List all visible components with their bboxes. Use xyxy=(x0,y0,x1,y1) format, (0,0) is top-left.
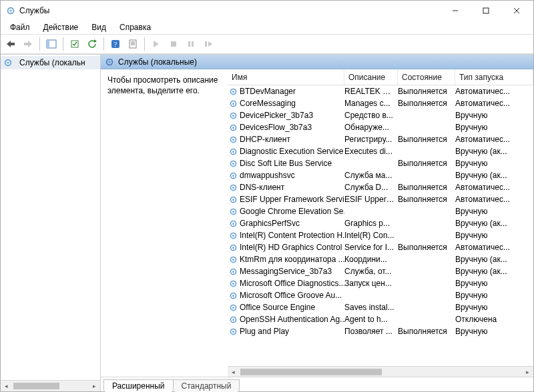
scroll-right-button[interactable]: ▸ xyxy=(522,367,533,377)
menu-help[interactable]: Справка xyxy=(113,21,158,33)
service-row[interactable]: DevicesFlow_3b7a3Обнаруже...Вручную xyxy=(228,121,533,133)
service-row[interactable]: Microsoft Office Groove Au...Вручную xyxy=(228,289,533,301)
forward-button[interactable] xyxy=(20,36,36,52)
service-name: DevicesFlow_3b7a3 xyxy=(240,123,312,132)
pause-service-button[interactable] xyxy=(183,36,199,52)
service-name: Disc Soft Lite Bus Service xyxy=(240,159,332,168)
service-row[interactable]: CoreMessagingManages c...ВыполняетсяАвто… xyxy=(228,97,533,109)
service-startup: Отключена xyxy=(455,315,533,324)
service-row[interactable]: GraphicsPerfSvcGraphics p...Вручную (ак.… xyxy=(228,217,533,229)
service-name: Intel(R) HD Graphics Control ... xyxy=(240,243,344,252)
svg-point-49 xyxy=(232,198,234,200)
svg-point-45 xyxy=(232,174,234,176)
service-description: Координи... xyxy=(344,255,398,264)
description-text: Чтобы просмотреть описание элемента, выд… xyxy=(107,75,218,95)
service-row[interactable]: Diagnostic Execution ServiceExecutes di.… xyxy=(228,145,533,157)
svg-marker-20 xyxy=(154,41,159,47)
toolbar: ? xyxy=(1,35,533,53)
list-scrollbar-horizontal[interactable]: ◂ ▸ xyxy=(228,366,533,377)
col-name[interactable]: Имя xyxy=(228,69,344,85)
service-row[interactable]: Plug and PlayПозволяет ...ВыполняетсяВру… xyxy=(228,325,533,337)
menu-file[interactable]: Файл xyxy=(3,21,37,33)
scroll-right-button[interactable]: ▸ xyxy=(89,381,100,391)
restart-service-button[interactable] xyxy=(200,36,216,52)
svg-point-51 xyxy=(232,210,234,212)
svg-rect-21 xyxy=(171,41,176,47)
help-button[interactable]: ? xyxy=(107,36,123,52)
menu-view[interactable]: Вид xyxy=(85,21,113,33)
service-row[interactable]: DHCP-клиентРегистриру...ВыполняетсяАвтом… xyxy=(228,133,533,145)
service-description: Служба, от... xyxy=(344,267,398,276)
menu-action[interactable]: Действие xyxy=(37,21,85,33)
tree-item-services-local[interactable]: Службы (локальн xyxy=(1,56,100,69)
service-icon xyxy=(229,243,238,252)
tab-standard[interactable]: Стандартный xyxy=(174,379,240,392)
service-startup: Вручную xyxy=(455,111,533,120)
service-icon xyxy=(229,231,238,240)
service-row[interactable]: MessagingService_3b7a3Служба, от...Вручн… xyxy=(228,265,533,277)
service-row[interactable]: Disc Soft Lite Bus ServiceВыполняетсяВру… xyxy=(228,157,533,169)
properties-button[interactable] xyxy=(125,36,141,52)
show-hide-tree-button[interactable] xyxy=(43,36,59,52)
description-panel: Чтобы просмотреть описание элемента, выд… xyxy=(101,69,228,377)
scroll-thumb[interactable] xyxy=(240,369,382,375)
scroll-left-button[interactable]: ◂ xyxy=(228,367,239,377)
col-startup[interactable]: Тип запуска xyxy=(455,69,533,85)
service-icon xyxy=(229,171,238,180)
service-name: DHCP-клиент xyxy=(240,135,290,144)
svg-marker-25 xyxy=(208,41,212,47)
service-startup: Вручную xyxy=(455,303,533,312)
col-state[interactable]: Состояние xyxy=(398,69,455,85)
scroll-thumb[interactable] xyxy=(13,383,59,389)
service-description: Intel(R) Con... xyxy=(344,231,398,240)
service-row[interactable]: Office Source EngineSaves instal...Вручн… xyxy=(228,301,533,313)
service-row[interactable]: KtmRm для координатора ...Координи...Вру… xyxy=(228,253,533,265)
export-list-button[interactable] xyxy=(67,36,83,52)
refresh-button[interactable] xyxy=(84,36,100,52)
service-description: ESIF Upper ... xyxy=(344,195,398,204)
service-row[interactable]: Microsoft Office Diagnostics...Запуск це… xyxy=(228,277,533,289)
titlebar: Службы xyxy=(1,1,533,21)
service-row[interactable]: DNS-клиентСлужба D...ВыполняетсяАвтомати… xyxy=(228,181,533,193)
service-description: Service for I... xyxy=(344,243,398,252)
close-button[interactable] xyxy=(501,1,532,21)
service-name: Plug and Play xyxy=(240,327,289,336)
service-startup: Вручную xyxy=(455,231,533,240)
back-button[interactable] xyxy=(3,36,19,52)
service-state: Выполняется xyxy=(398,183,455,192)
service-name: Google Chrome Elevation Se... xyxy=(240,207,344,216)
minimize-button[interactable] xyxy=(440,1,471,21)
service-name: DNS-клиент xyxy=(240,183,284,192)
service-description: Graphics p... xyxy=(344,219,398,228)
col-description[interactable]: Описание xyxy=(344,69,398,85)
svg-rect-9 xyxy=(24,43,29,45)
service-row[interactable]: Google Chrome Elevation Se...Вручную xyxy=(228,205,533,217)
service-row[interactable]: Intel(R) HD Graphics Control ...Service … xyxy=(228,241,533,253)
maximize-button[interactable] xyxy=(471,1,501,21)
service-state: Выполняется xyxy=(398,99,455,108)
service-name: Office Source Engine xyxy=(240,303,315,312)
tree-scrollbar-horizontal[interactable]: ◂ ▸ xyxy=(1,380,100,391)
service-startup: Вручную xyxy=(455,327,533,336)
service-row[interactable]: Intel(R) Content Protection H...Intel(R)… xyxy=(228,229,533,241)
service-startup: Вручную xyxy=(455,291,533,300)
service-description: Средство в... xyxy=(344,111,398,120)
service-icon xyxy=(229,303,238,312)
svg-rect-23 xyxy=(192,41,194,47)
tab-extended[interactable]: Расширенный xyxy=(103,379,174,392)
scroll-left-button[interactable]: ◂ xyxy=(1,381,12,391)
body: Службы (локальн ◂ ▸ Службы (локальные) Ч… xyxy=(1,54,533,391)
svg-text:?: ? xyxy=(114,41,117,48)
service-description: Служба D... xyxy=(344,183,398,192)
svg-point-67 xyxy=(232,306,234,308)
svg-point-65 xyxy=(232,294,234,296)
stop-service-button[interactable] xyxy=(166,36,182,52)
service-row[interactable]: dmwappushsvcСлужба ма...Вручную (ак... xyxy=(228,169,533,181)
start-service-button[interactable] xyxy=(148,36,164,52)
service-row[interactable]: ESIF Upper Framework ServiceESIF Upper .… xyxy=(228,193,533,205)
service-row[interactable]: BTDevManagerREALTEK BI...ВыполняетсяАвто… xyxy=(228,85,533,97)
service-row[interactable]: DevicePicker_3b7a3Средство в...Вручную xyxy=(228,109,533,121)
service-row[interactable]: OpenSSH Authentication Ag...Agent to h..… xyxy=(228,313,533,325)
service-startup: Вручную xyxy=(455,123,533,132)
service-startup: Автоматичес... xyxy=(455,195,533,204)
